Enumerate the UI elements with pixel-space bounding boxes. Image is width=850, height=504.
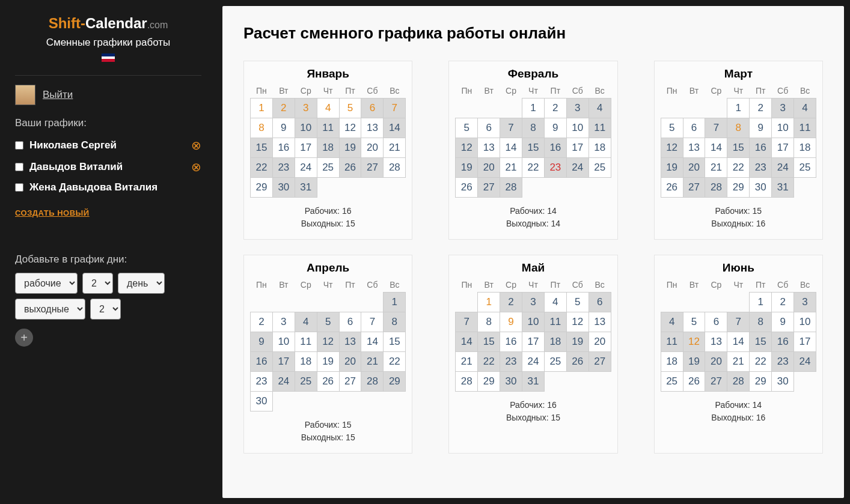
calendar-day[interactable]: 5	[566, 293, 589, 312]
calendar-day[interactable]: 8	[727, 118, 750, 138]
calendar-day[interactable]: 8	[522, 118, 545, 138]
calendar-day[interactable]: 26	[339, 158, 361, 178]
calendar-day[interactable]: 20	[361, 138, 384, 158]
calendar-day[interactable]: 30	[251, 392, 273, 411]
calendar-day[interactable]: 15	[478, 332, 500, 352]
calendar-day[interactable]: 11	[317, 118, 339, 138]
calendar-day[interactable]: 4	[544, 293, 566, 312]
calendar-day[interactable]: 23	[500, 352, 522, 372]
delete-icon[interactable]: ⊗	[191, 160, 201, 174]
calendar-day[interactable]: 31	[295, 178, 317, 198]
calendar-day[interactable]: 2	[750, 99, 772, 118]
calendar-day[interactable]: 20	[589, 332, 611, 352]
calendar-day[interactable]: 3	[272, 312, 295, 332]
calendar-day[interactable]: 23	[544, 158, 566, 178]
calendar-day[interactable]: 4	[589, 99, 611, 118]
calendar-day[interactable]: 6	[478, 118, 500, 138]
calendar-day[interactable]: 13	[339, 332, 361, 352]
calendar-day[interactable]: 20	[683, 158, 705, 178]
calendar-day[interactable]: 17	[566, 138, 589, 158]
calendar-day[interactable]: 14	[500, 138, 522, 158]
calendar-day[interactable]: 20	[339, 352, 361, 372]
calendar-day[interactable]: 19	[661, 158, 683, 178]
calendar-day[interactable]: 8	[478, 312, 500, 332]
calendar-day[interactable]: 21	[384, 138, 406, 158]
calendar-day[interactable]: 13	[589, 312, 611, 332]
calendar-day[interactable]: 2	[772, 293, 794, 312]
calendar-day[interactable]: 1	[727, 99, 750, 118]
calendar-day[interactable]: 22	[251, 158, 273, 178]
calendar-day[interactable]: 4	[661, 312, 683, 332]
calendar-day[interactable]: 16	[272, 138, 295, 158]
calendar-day[interactable]: 11	[661, 332, 683, 352]
calendar-day[interactable]: 8	[384, 312, 406, 332]
calendar-day[interactable]: 13	[683, 138, 705, 158]
calendar-day[interactable]: 18	[544, 332, 566, 352]
calendar-day[interactable]: 1	[384, 293, 406, 312]
calendar-day[interactable]: 21	[727, 352, 750, 372]
calendar-day[interactable]: 4	[317, 99, 339, 118]
calendar-day[interactable]: 3	[566, 99, 589, 118]
calendar-day[interactable]: 5	[683, 312, 705, 332]
calendar-day[interactable]: 24	[522, 352, 545, 372]
calendar-day[interactable]: 10	[295, 118, 317, 138]
calendar-day[interactable]: 1	[750, 293, 772, 312]
calendar-day[interactable]: 20	[705, 352, 727, 372]
calendar-day[interactable]: 18	[589, 138, 611, 158]
calendar-day[interactable]: 15	[522, 138, 545, 158]
calendar-day[interactable]: 24	[794, 352, 816, 372]
calendar-day[interactable]: 7	[456, 312, 478, 332]
calendar-day[interactable]: 12	[661, 138, 683, 158]
calendar-day[interactable]: 26	[566, 352, 589, 372]
calendar-day[interactable]: 14	[361, 332, 384, 352]
calendar-day[interactable]: 28	[500, 178, 522, 198]
calendar-day[interactable]: 25	[794, 158, 816, 178]
calendar-day[interactable]: 28	[705, 178, 727, 198]
calendar-day[interactable]: 21	[361, 352, 384, 372]
calendar-day[interactable]: 2	[272, 99, 295, 118]
calendar-day[interactable]: 2	[500, 293, 522, 312]
add-row-button[interactable]: +	[15, 329, 33, 347]
calendar-day[interactable]: 11	[794, 118, 816, 138]
calendar-day[interactable]: 9	[251, 332, 273, 352]
calendar-day[interactable]: 3	[772, 99, 794, 118]
calendar-day[interactable]: 13	[361, 118, 384, 138]
calendar-day[interactable]: 24	[272, 372, 295, 392]
calendar-day[interactable]: 9	[544, 118, 566, 138]
calendar-day[interactable]: 4	[794, 99, 816, 118]
calendar-day[interactable]: 22	[750, 352, 772, 372]
calendar-day[interactable]: 29	[251, 178, 273, 198]
calendar-day[interactable]: 16	[772, 332, 794, 352]
calendar-day[interactable]: 1	[251, 99, 273, 118]
calendar-day[interactable]: 26	[317, 372, 339, 392]
calendar-day[interactable]: 28	[456, 372, 478, 392]
calendar-day[interactable]: 26	[683, 372, 705, 392]
calendar-day[interactable]: 2	[251, 312, 273, 332]
calendar-day[interactable]: 9	[272, 118, 295, 138]
calendar-day[interactable]: 5	[661, 118, 683, 138]
schedule-name[interactable]: Давыдов Виталий	[29, 161, 185, 173]
schedule-checkbox[interactable]	[15, 141, 23, 150]
calendar-day[interactable]: 16	[500, 332, 522, 352]
calendar-day[interactable]: 18	[661, 352, 683, 372]
calendar-day[interactable]: 22	[727, 158, 750, 178]
calendar-day[interactable]: 17	[522, 332, 545, 352]
calendar-day[interactable]: 10	[794, 312, 816, 332]
logout-link[interactable]: Выйти	[43, 89, 73, 101]
calendar-day[interactable]: 2	[544, 99, 566, 118]
calendar-day[interactable]: 11	[589, 118, 611, 138]
calendar-day[interactable]: 1	[478, 293, 500, 312]
calendar-day[interactable]: 27	[339, 372, 361, 392]
calendar-day[interactable]: 27	[361, 158, 384, 178]
calendar-day[interactable]: 24	[295, 158, 317, 178]
day-count-select-2[interactable]: 2	[90, 299, 121, 320]
schedule-checkbox[interactable]	[15, 163, 23, 171]
calendar-day[interactable]: 10	[272, 332, 295, 352]
calendar-day[interactable]: 16	[750, 138, 772, 158]
calendar-day[interactable]: 12	[317, 332, 339, 352]
calendar-day[interactable]: 14	[456, 332, 478, 352]
calendar-day[interactable]: 16	[251, 352, 273, 372]
calendar-day[interactable]: 18	[317, 138, 339, 158]
create-new-link[interactable]: СОЗДАТЬ НОВЫЙ	[15, 208, 201, 217]
calendar-day[interactable]: 21	[456, 352, 478, 372]
